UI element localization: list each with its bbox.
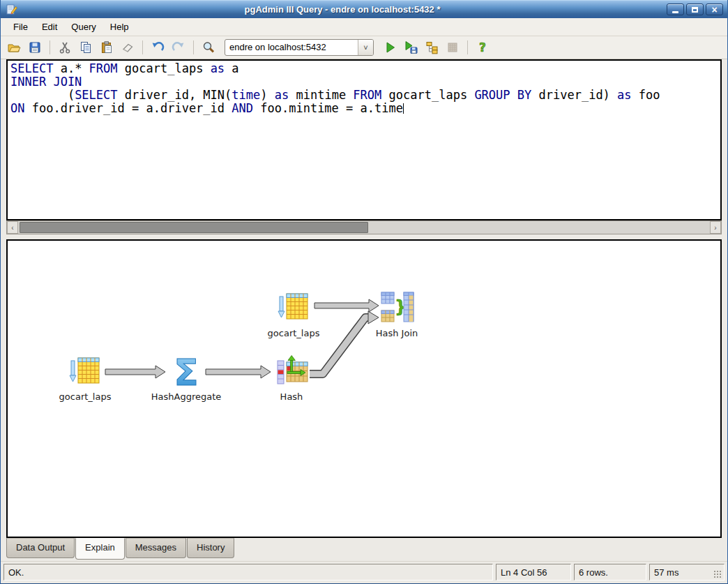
find-icon [202, 40, 215, 54]
paste-icon [100, 40, 114, 54]
save-button[interactable] [26, 38, 44, 57]
svg-text:Σ: Σ [174, 352, 199, 394]
explain-node-label: Hash Join [376, 328, 418, 338]
toolbar-separator [467, 40, 468, 54]
result-tabs: Data Output Explain Messages History [1, 538, 727, 561]
close-button[interactable]: × [706, 3, 723, 15]
toolbar-separator [142, 40, 143, 54]
tab-history[interactable]: History [187, 538, 234, 558]
explain-node-hash-join [381, 292, 414, 322]
scrollbar-track[interactable] [18, 221, 710, 234]
chevron-right-icon: › [714, 224, 716, 232]
redo-icon [172, 40, 185, 54]
tab-data-output[interactable]: Data Output [6, 538, 75, 558]
menu-query[interactable]: Query [64, 19, 103, 35]
cancel-query-icon [446, 40, 460, 54]
toolbar-separator [193, 40, 194, 54]
toolbar-separator [50, 40, 50, 54]
connection-combo[interactable]: endre on localhost:5432 ˅ [225, 39, 374, 56]
row-count: 6 rows. [574, 564, 646, 581]
combo-dropdown-button[interactable]: ˅ [358, 40, 373, 55]
maximize-button[interactable] [686, 3, 704, 15]
copy-icon [79, 40, 93, 54]
cut-icon [58, 40, 72, 54]
explain-node-label: gocart_laps [268, 328, 320, 338]
explain-diagram: } [8, 241, 722, 537]
explain-node-hash [278, 356, 308, 384]
menubar: File Edit Query Help [1, 18, 727, 36]
statusbar: OK. Ln 4 Col 56 6 rows. 57 ms [1, 561, 727, 583]
close-icon: × [711, 5, 717, 15]
chevron-left-icon: ‹ [11, 224, 13, 232]
clear-window-button[interactable] [119, 38, 137, 57]
edge-hash-aggregate-to-hash [206, 366, 271, 378]
resize-grip[interactable] [713, 570, 722, 578]
menu-edit[interactable]: Edit [35, 19, 64, 35]
explain-node-hash-aggregate: Σ [174, 352, 199, 394]
titlebar: pgAdmin III Query - endre on localhost:5… [1, 0, 727, 18]
edge-hash-to-hash-join [310, 311, 379, 374]
scroll-left-button[interactable]: ‹ [7, 221, 18, 234]
toolbar: endre on localhost:5432 ˅ [1, 36, 727, 59]
svg-text:?: ? [479, 40, 486, 54]
explain-node-label: gocart_laps [59, 391, 112, 402]
undo-icon [151, 40, 165, 54]
edge-scan-bottom-to-hash-aggregate [105, 366, 165, 378]
chevron-down-icon: ˅ [363, 43, 367, 52]
sql-editor[interactable]: SELECT a.* FROM gocart_laps as aINNER JO… [6, 59, 722, 220]
menu-file[interactable]: File [6, 19, 35, 35]
sql-text: SELECT a.* FROM gocart_laps as aINNER JO… [10, 62, 720, 115]
undo-button[interactable] [149, 38, 167, 57]
menu-help[interactable]: Help [103, 19, 136, 35]
pane-splitter[interactable] [1, 234, 727, 239]
help-icon: ? [476, 40, 490, 54]
copy-button[interactable] [77, 38, 95, 57]
execute-to-file-button[interactable] [402, 38, 420, 57]
status-message: OK. [3, 564, 493, 581]
find-button[interactable] [199, 38, 218, 57]
pgadmin-query-window: pgAdmin III Query - endre on localhost:5… [0, 0, 728, 584]
explain-query-button[interactable] [423, 38, 441, 57]
minimize-icon [672, 11, 678, 13]
cut-button[interactable] [56, 38, 74, 57]
minimize-button[interactable] [667, 3, 684, 15]
cursor-position: Ln 4 Col 56 [496, 564, 571, 581]
open-file-button[interactable] [5, 38, 23, 57]
tab-messages[interactable]: Messages [126, 538, 186, 558]
help-button[interactable]: ? [473, 38, 492, 57]
edge-scan-top-to-hash-join [314, 299, 379, 312]
query-tool-icon [6, 3, 18, 16]
clear-window-icon [121, 40, 135, 54]
save-icon [28, 40, 42, 54]
explain-node-scan-bottom [70, 358, 99, 383]
cancel-query-button[interactable] [443, 38, 462, 57]
explain-query-icon [425, 40, 439, 54]
window-title: pgAdmin III Query - endre on localhost:5… [18, 4, 667, 15]
scroll-right-button[interactable]: › [710, 221, 721, 234]
explain-node-scan-top [278, 294, 308, 319]
scrollbar-thumb[interactable] [20, 222, 368, 233]
execute-query-button[interactable] [381, 38, 399, 57]
maximize-icon [692, 7, 698, 13]
explain-node-label: Hash [280, 391, 303, 402]
paste-button[interactable] [98, 38, 116, 57]
connection-combo-value: endre on localhost:5432 [225, 40, 358, 55]
redo-button[interactable] [169, 38, 188, 57]
open-file-icon [7, 40, 21, 54]
explain-panel: } [6, 239, 722, 538]
execute-to-file-icon [403, 40, 418, 54]
explain-node-label: HashAggregate [151, 391, 222, 402]
tab-explain[interactable]: Explain [75, 538, 125, 560]
execute-query-icon [383, 40, 397, 54]
editor-hscrollbar[interactable]: ‹ › [6, 220, 722, 234]
